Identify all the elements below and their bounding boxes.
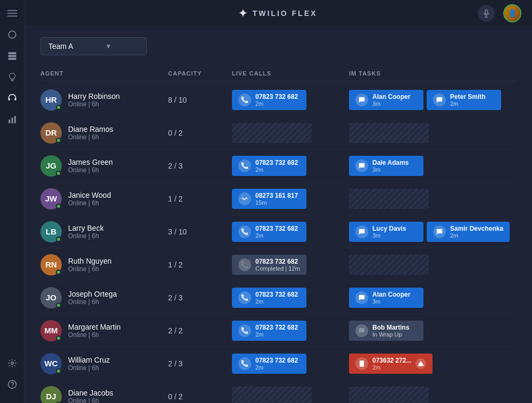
chart-icon[interactable] [6,114,18,125]
phone-icon [238,94,251,106]
agent-avatar-wrap: WC [40,353,62,374]
chat-icon [433,94,446,106]
call-task-card[interactable]: 07823 732 6822m [232,354,306,374]
status-dot [56,105,61,110]
phone-icon [238,357,251,370]
im-task-card[interactable]: Dale Adams3m [349,156,423,176]
agent-name: Diane Ramos [68,125,113,133]
chat-icon [355,94,368,106]
main-content: ✦ TWILIO FLEX 👤 Team A ▼ [24,0,532,403]
im-task-card[interactable]: 073632 272...2m [349,354,433,374]
table-row: LBLarry BeckOnline | 6h3 / 1007823 732 6… [40,215,516,248]
im-task-time: 2m [372,364,411,371]
im-details: Dale Adams3m [372,159,409,173]
im-contact-name: Alan Cooper [372,93,410,100]
svg-rect-0 [7,10,17,11]
call-task-card[interactable]: 07823 732 6822m [232,222,306,242]
im-tasks-cell: Alan Cooper3m [349,288,516,308]
agent-avatar-wrap: LB [40,221,62,242]
agent-status: Online | 6h [68,133,113,141]
call-number: 07823 732 682 [255,225,298,232]
live-call-cell: 07823 732 6822m [232,321,349,341]
agent-name: Janice Wood [68,191,111,199]
im-task-card[interactable]: Samir Devchenka2m [427,222,510,242]
im-task-time: 3m [372,232,406,239]
im-tasks-cell [349,255,516,275]
app-title-text: TWILIO FLEX [253,9,318,18]
settings-icon[interactable] [6,357,18,369]
call-task-card[interactable]: 07823 732 6822m [232,288,306,308]
agent-name: James Green [68,158,113,166]
im-task-card[interactable]: Alan Cooper3m [349,90,423,110]
chat-icon [355,225,368,238]
home-icon[interactable] [6,29,18,40]
agent-status: Online | 6h [68,265,112,273]
agent-name: Margaret Martin [68,323,121,331]
call-task-card[interactable]: 07823 732 682Completed | 12m [232,255,306,275]
im-task-card[interactable]: Peter Smith2m [427,90,501,110]
svg-point-3 [9,31,16,38]
im-details: Samir Devchenka2m [450,225,503,239]
call-number: 07823 732 682 [255,159,298,166]
chat-icon [355,291,368,304]
live-call-cell [232,123,349,143]
im-task-time: 2m [450,100,486,107]
status-dot [56,237,61,242]
menu-icon[interactable] [6,7,18,19]
alert-icon [415,358,426,369]
live-call-cell: 07823 732 6822m [232,90,349,110]
im-task-card[interactable]: Bob MartinsIn Wrap Up [349,321,423,341]
user-avatar[interactable]: 👤 [503,4,521,22]
call-details: 08273 161 81715m [255,192,298,206]
im-tasks-cell: Lucy Davis3mSamir Devchenka2m [349,222,516,242]
headset-icon[interactable] [6,93,18,104]
agent-name-wrap: William CruzOnline | 6h [68,356,110,372]
agent-name: Harry Robinson [68,92,120,100]
im-task-time: In Wrap Up [372,331,409,338]
call-task-card[interactable]: 08273 161 81715m [232,189,306,209]
microphone-button[interactable] [478,5,495,22]
im-task-time: 2m [450,232,503,239]
phone-alert-icon [355,357,368,370]
phone-completed-icon [238,258,251,271]
help-icon[interactable] [6,379,18,390]
topbar: ✦ TWILIO FLEX 👤 [24,0,532,27]
agent-avatar-wrap: MM [40,320,62,341]
im-tasks-cell: Alan Cooper3mPeter Smith2m [349,90,516,110]
call-task-card[interactable]: 07823 732 6822m [232,156,306,176]
table-row: JGJames GreenOnline | 6h2 / 307823 732 6… [40,149,516,182]
team-dropdown[interactable]: Team A ▼ [40,37,147,55]
agent-info: HRHarry RobinsonOnline | 6h [40,89,168,111]
empty-im-cell [349,189,429,209]
svg-rect-6 [8,58,16,60]
col-agent: AGENT [40,70,168,77]
call-task-card[interactable]: 07823 732 6822m [232,321,306,341]
empty-im-cell [349,123,429,143]
table-row: DRDiane RamosOnline | 6h0 / 2 [40,116,516,149]
im-task-card[interactable]: Alan Cooper3m [349,288,423,308]
call-time: 15m [255,199,298,206]
call-task-card[interactable]: 07823 732 6822m [232,90,306,110]
status-dot [56,368,61,374]
im-contact-name: Peter Smith [450,93,486,100]
agent-name-wrap: Margaret MartinOnline | 6h [68,323,121,339]
agent-name-wrap: Diane RamosOnline | 6h [68,125,113,141]
sidebar-top-icons [6,7,18,125]
team-label: Team A [48,42,73,51]
agent-info: JOJoseph OrtegaOnline | 6h [40,287,168,308]
content-area: Team A ▼ AGENT CAPACITY LIVE CALLS IM TA… [24,27,532,403]
capacity-cell: 2 / 3 [168,293,232,302]
layers-icon[interactable] [6,50,18,62]
call-time: 2m [255,331,298,338]
lightbulb-icon[interactable] [6,71,18,83]
im-contact-name: Lucy Davis [372,225,406,232]
capacity-cell: 2 / 3 [168,162,232,170]
agent-name-wrap: Larry BeckOnline | 6h [68,224,104,240]
im-tasks-cell [349,387,516,404]
status-dot [56,171,61,176]
live-call-cell: 07823 732 682Completed | 12m [232,255,349,275]
agent-status: Online | 6h [68,199,111,207]
im-task-card[interactable]: Lucy Davis3m [349,222,423,242]
svg-point-12 [11,362,13,365]
live-call-cell: 08273 161 81715m [232,189,349,209]
